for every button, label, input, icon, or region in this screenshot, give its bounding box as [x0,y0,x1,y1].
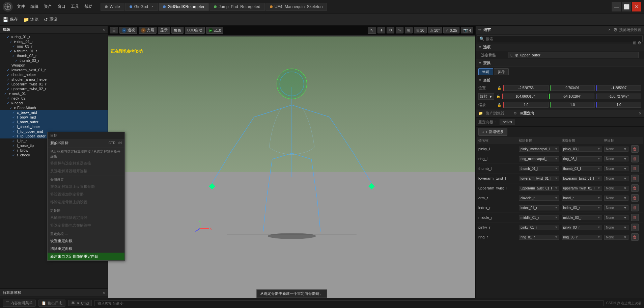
ik-target-dropdown[interactable]: None ▼ [604,235,628,240]
hierarchy-close-icon[interactable]: × [103,28,105,32]
tab-close-icon[interactable]: × [151,5,153,8]
delete-chain-button[interactable]: 🗑 [631,155,639,162]
show-button[interactable]: 显示 [158,27,170,34]
browse-button[interactable]: 📁 浏览 [23,17,38,22]
ik-target-dropdown[interactable]: None ▼ [604,205,628,210]
camera-speed-button[interactable]: 📷 4 [461,27,473,33]
tree-item[interactable]: upperarm_twist_02_r [0,86,108,91]
scale-button[interactable]: ⤡ [396,27,403,33]
console-input[interactable] [94,300,604,306]
save-button[interactable]: 💾 保存 [3,17,18,22]
start-bone-dropdown[interactable]: ring_01_r ▼ [519,235,559,240]
rot-x[interactable]: 104.860016° [502,94,548,99]
current-tab[interactable]: 当前 [478,68,493,75]
menu-file[interactable]: 文件 [17,4,25,9]
tree-item[interactable]: shouler_armor_helper [0,77,108,82]
solver-close-icon[interactable]: × [103,291,105,295]
start-bone-dropdown[interactable]: pinky_01_r ▼ [519,225,559,230]
tree-item-selected[interactable]: c_brow_mid [0,110,108,115]
tree-item[interactable]: upperarm_twist_01_r [0,82,108,86]
details-search-input[interactable] [486,37,640,41]
start-bone-dropdown[interactable]: lowerarm_twist_01_l ▼ [519,176,559,181]
details-close-icon[interactable]: × [608,27,611,32]
minimize-button[interactable]: — [612,2,621,11]
tree-item[interactable]: ▶ thumb_01_r [0,49,108,53]
tree-item[interactable]: ▶ FaceAttach [0,105,108,110]
tree-item[interactable]: ▶ ring_01_r [0,34,108,39]
start-bone-dropdown[interactable]: thumb_01_l ▼ [519,166,559,171]
ik-target-dropdown[interactable]: None ▼ [604,225,628,230]
rotation-mode-dropdown[interactable]: 旋转 ▼ [478,93,494,100]
end-bone-dropdown[interactable]: pinky_03_r ▼ [562,225,602,230]
pos-z[interactable]: -1.285997 [596,85,641,91]
select-mode-button[interactable]: ↖ [368,27,376,34]
scale-z[interactable]: 1.0 [596,102,641,108]
ik-target-dropdown[interactable]: None ▼ [604,166,628,171]
tree-item-selected[interactable]: l_brow_mid [0,115,108,120]
translate-button[interactable]: ✛ [377,27,385,33]
ik-target-dropdown[interactable]: None ▼ [604,215,628,220]
tab-girlgod[interactable]: GirlGod × [125,3,158,11]
grid-snap-button[interactable]: ⊞ 10 [414,27,427,33]
viewport[interactable]: ☰ ● 透视 ☀ 光照 显示 角色 LOD自动 ▶ x1.0 [108,26,475,308]
end-bone-dropdown[interactable]: upperarm_twist_01_l ▼ [562,186,602,191]
menu-assets[interactable]: 资产 [44,4,52,9]
angle-snap-button[interactable]: △ 10° [428,27,442,33]
end-bone-dropdown[interactable]: lowerarm_twist_01_l ▼ [562,176,602,181]
rot-z[interactable]: -100.727947° [596,94,641,99]
tab-white[interactable]: White [101,3,124,11]
menu-edit[interactable]: 编辑 [30,4,38,9]
play-speed-button[interactable]: ▶ x1.0 [206,27,224,34]
start-bone-dropdown[interactable]: pinky_metacarpal_l ▼ [519,147,559,152]
perspective-button[interactable]: ● 透视 [119,27,137,34]
delete-chain-button[interactable]: 🗑 [631,194,639,202]
rot-y[interactable]: -54.160284° [549,94,595,99]
delete-chain-button[interactable]: 🗑 [631,165,639,172]
tree-item-selected[interactable]: l_cheek_inner [0,124,108,129]
ctx-set-retarget-root[interactable]: 设置重定向根 [48,237,124,245]
cmd-button[interactable]: ⌘ ▼ Cmd [68,300,92,306]
scale-snap-button[interactable]: ⤢ 0.25 [443,27,459,33]
maximize-button[interactable]: ⬜ [622,2,631,11]
delete-chain-button[interactable]: 🗑 [631,224,639,231]
delete-chain-button[interactable]: 🗑 [631,145,639,153]
tree-item[interactable]: ring_03_r [0,44,108,49]
tree-item[interactable]: thumb_03_r [0,58,108,63]
scale-y[interactable]: 1.0 [550,102,595,108]
tree-item[interactable]: Weapon [0,63,108,68]
end-bone-dropdown[interactable]: hand_r ▼ [562,196,602,201]
start-bone-dropdown[interactable]: index_01_r ▼ [519,205,559,210]
end-bone-dropdown[interactable]: ring_03_r ▼ [562,235,602,240]
delete-chain-button[interactable]: 🗑 [631,204,639,211]
ik-target-dropdown[interactable]: None ▼ [604,176,628,181]
output-log-button[interactable]: 📋 输出日志 [38,300,65,307]
tree-item[interactable]: ▶ head [0,101,108,105]
ik-target-dropdown[interactable]: None ▼ [604,196,628,201]
ctx-new-ik-target[interactable]: 新的IK目标 CTRL+N [48,139,124,147]
tree-item[interactable]: ▶ ring_02_r [0,39,108,44]
ik-target-dropdown[interactable]: None ▼ [604,147,628,152]
tree-item[interactable]: shouler_helper [0,72,108,77]
rotate-button[interactable]: ↻ [387,27,394,33]
lighting-button[interactable]: ☀ 光照 [139,27,157,34]
add-chain-button[interactable]: + + 新增链条 [478,128,507,136]
character-button[interactable]: 角色 [171,27,184,34]
ik-panel-close-icon[interactable]: × [639,111,641,116]
grid-view-icon[interactable]: ⊞ [633,41,636,45]
pos-y[interactable]: 9.763491 [550,85,595,91]
tab-jump-pad[interactable]: Jump_Pad_Retargeted [209,3,264,11]
hamburger-button[interactable]: ☰ [110,27,118,33]
tree-item[interactable]: lowerarm_twist_01_r [0,68,108,72]
start-bone-dropdown[interactable]: clavicle_r ▼ [519,196,559,201]
end-bone-dropdown[interactable]: pinky_03_l ▼ [562,147,602,152]
menu-help[interactable]: 帮助 [84,4,92,9]
tab-girlgod-ik[interactable]: GirlGodIKRetargeter [159,3,209,11]
preview-settings-icon[interactable]: ⚙ [613,27,618,32]
tab-asset-browser[interactable]: 资产浏览器 [486,111,504,116]
content-browser-button[interactable]: ☰ 内容侧滑菜单 [3,300,36,307]
tree-item[interactable]: neck_02 [0,96,108,101]
tree-item[interactable]: ▶ neck_01 [0,91,108,96]
end-bone-dropdown[interactable]: middle_03_r ▼ [562,215,602,220]
tab-ik-retarget[interactable]: IK重定向 [520,111,534,116]
menu-window[interactable]: 窗口 [57,4,65,9]
